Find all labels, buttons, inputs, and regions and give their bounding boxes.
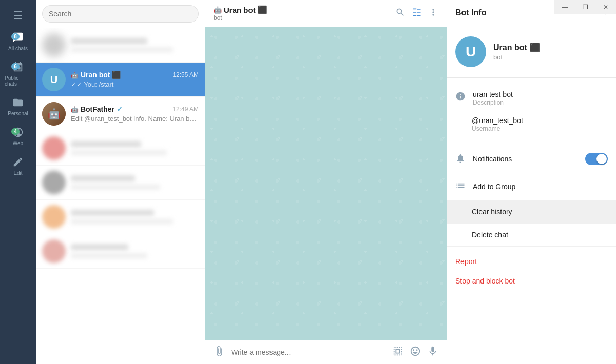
bot-icon: 🤖 [71,72,79,79]
bot-avatar: U [455,36,486,67]
chat-list-panel: U 🤖 Uran bot ⬛ 12:55 AM ✓✓ You: /start [36,0,205,364]
search-header-icon[interactable] [395,7,406,19]
attachment-icon[interactable] [214,346,225,359]
list-item-botfather[interactable]: 🤖 🤖 BotFather ✓ 12:49 AM Edit @uran_test… [36,97,205,131]
app-window: — ❐ ✕ ☰ 8 All chats 6 Public chats [0,0,616,364]
bot-info-panel: Bot Info U Uran bot ⬛ bot uran tes [447,0,616,364]
web-label: Web [13,140,23,146]
bot-info-details: uran test bot Description @uran_test_bot… [447,78,616,145]
bot-info-title: Bot Info [455,8,486,17]
bot-profile: U Uran bot ⬛ bot [447,26,616,78]
public-chats-badge: 6 [11,63,20,70]
sidebar-item-personal[interactable]: Personal [3,93,33,120]
chat-input-bar [205,340,447,364]
bot-command-icon[interactable] [392,346,403,359]
voice-icon[interactable] [427,346,438,359]
chat-time: 12:55 AM [172,71,199,78]
chat-preview: Edit @uran_test_bot info. Name: Uran bot… [71,115,199,123]
avatar: 🤖 [42,102,66,126]
web-badge: 4 [11,128,20,135]
notifications-label: Notifications [473,155,512,163]
report-action[interactable]: Report [447,252,616,271]
info-circle-icon [455,91,467,104]
search-bar [36,0,205,28]
chat-header: 🤖 Uran bot ⬛ bot [205,0,447,27]
close-button[interactable]: ✕ [595,0,616,14]
edit-label: Edit [13,170,22,176]
chat-pattern [205,27,447,340]
emoji-icon[interactable] [410,346,421,359]
chat-preview: ✓✓ You: /start [71,80,199,88]
notifications-toggle[interactable] [585,153,608,165]
list-item-uran-bot[interactable]: U 🤖 Uran bot ⬛ 12:55 AM ✓✓ You: /start [36,63,205,97]
more-icon[interactable] [428,7,438,19]
list-icon [455,180,467,193]
description-row: uran test bot Description [455,85,608,111]
list-item[interactable] [36,28,205,63]
sidebar-item-menu[interactable]: ☰ [3,5,33,26]
chat-name: 🤖 Uran bot ⬛ [71,71,121,79]
bot-actions: Add to Group Clear history Delete chat [447,173,616,247]
delete-chat-action[interactable]: Delete chat [447,224,616,247]
delete-chat-label: Delete chat [472,231,508,239]
clear-history-action[interactable]: Clear history [447,200,616,224]
chat-time: 12:49 AM [172,106,199,113]
stop-block-action[interactable]: Stop and block bot [447,271,616,291]
chat-area: 🤖 Uran bot ⬛ bot [205,0,447,364]
avatar [42,33,66,57]
sidebar: ☰ 8 All chats 6 Public chats [0,0,36,364]
chat-header-name: 🤖 Uran bot ⬛ [214,5,267,14]
clear-history-label: Clear history [472,208,512,216]
description-value: uran test bot [473,90,513,98]
avatar: U [42,68,66,91]
bot-profile-name: Uran bot ⬛ [493,43,540,52]
personal-icon [12,97,24,109]
add-to-group-action[interactable]: Add to Group [447,173,616,200]
chat-background: What can this bot do? Test bot about Ura… [205,27,447,340]
list-item[interactable] [36,200,205,234]
search-input[interactable] [42,5,199,23]
username-row: @uran_test_bot Username [455,111,608,137]
username-value: @uran_test_bot [472,116,523,125]
verified-icon: ✓ [117,105,123,113]
chat-name: 🤖 BotFather ✓ [71,105,123,113]
chat-items: U 🤖 Uran bot ⬛ 12:55 AM ✓✓ You: /start [36,28,205,364]
sidebar-item-all-chats[interactable]: 8 All chats [3,28,33,55]
stop-block-label: Stop and block bot [455,277,515,285]
sidebar-item-public-chats[interactable]: 6 Public chats [3,57,33,91]
description-label: Description [473,99,513,106]
restore-button[interactable]: ❐ [575,0,595,14]
toggle-knob [596,154,607,164]
bot-icon: 🤖 [71,106,79,113]
menu-icon: ☰ [13,9,23,22]
message-input[interactable] [231,348,386,356]
minimize-button[interactable]: — [554,0,575,14]
username-label: Username [472,125,523,132]
personal-label: Personal [8,111,28,116]
window-controls: — ❐ ✕ [554,0,616,14]
report-label: Report [455,257,477,266]
bot-profile-sub: bot [493,53,540,61]
notifications-row: Notifications [447,145,616,173]
list-item[interactable] [36,166,205,200]
edit-icon [12,156,24,169]
all-chats-label: All chats [8,46,28,51]
bell-icon [455,153,467,166]
columns-icon[interactable] [412,7,422,19]
sidebar-item-edit[interactable]: Edit [3,152,33,180]
double-check-icon: ✓✓ [71,80,82,88]
all-chats-badge: 8 [11,33,20,40]
chat-header-sub: bot [214,14,267,22]
list-item[interactable] [36,234,205,269]
public-chats-label: Public chats [5,75,31,87]
danger-actions: Report Stop and block bot [447,247,616,296]
add-to-group-label: Add to Group [473,183,515,191]
bot-icon: 🤖 [214,6,222,14]
list-item[interactable] [36,131,205,166]
sidebar-item-web[interactable]: 4 Web [3,123,33,150]
